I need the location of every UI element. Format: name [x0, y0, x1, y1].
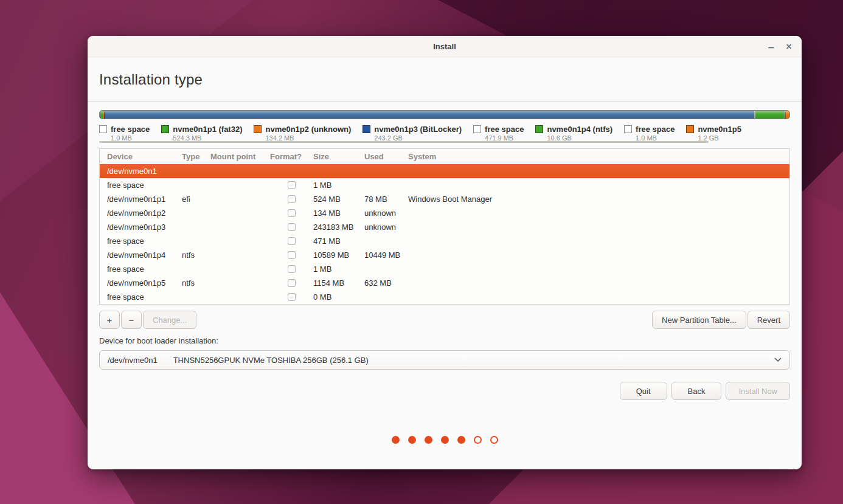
change-partition-button[interactable]: Change...	[143, 311, 196, 329]
col-header-system[interactable]: System	[408, 152, 789, 161]
legend-text: free space1.0 MB	[111, 125, 150, 142]
legend-text: nvme0n1p51.2 GB	[698, 125, 741, 142]
cell-size: 1 MB	[313, 181, 364, 190]
toolbar-right-group: New Partition Table... Revert	[652, 311, 790, 329]
page-dot	[441, 436, 449, 444]
cell-type: efi	[182, 195, 210, 204]
cell-type: ntfs	[182, 250, 210, 260]
footer-buttons: Quit Back Install Now	[99, 382, 790, 400]
legend-label: nvme0n1p5	[698, 125, 741, 134]
cell-size: 0 MB	[313, 292, 364, 302]
cell-device: free space	[100, 181, 182, 190]
format-checkbox[interactable]	[288, 279, 296, 287]
legend-swatch-icon	[99, 125, 107, 133]
page-dot	[474, 436, 482, 444]
partition-table-body: /dev/nvme0n1free space1 MB/dev/nvme0n1p1…	[100, 164, 789, 304]
table-row[interactable]: /dev/nvme0n1p2134 MBunknown	[100, 206, 789, 220]
chevron-down-icon	[774, 357, 782, 362]
minimize-button[interactable]: –	[768, 43, 774, 52]
cell-format	[270, 195, 313, 203]
legend-item: free space1.0 MB	[99, 125, 150, 142]
page-dot	[490, 436, 498, 444]
legend-swatch-icon	[535, 125, 543, 133]
cell-size: 134 MB	[313, 209, 364, 218]
legend-text: free space1.0 MB	[636, 125, 675, 142]
partition-bar-segment-nvme0n1p4	[755, 111, 785, 119]
page-dot	[457, 436, 465, 444]
partition-table: Device Type Mount point Format? Size Use…	[99, 148, 790, 305]
bootloader-device-select[interactable]: /dev/nvme0n1 THNSN5256GPUK NVMe TOSHIBA …	[99, 350, 790, 370]
cell-format	[270, 223, 313, 231]
legend-label: nvme0n1p4 (ntfs)	[547, 125, 612, 134]
table-row[interactable]: /dev/nvme0n1p3243183 MBunknown	[100, 220, 789, 234]
legend-label: nvme0n1p1 (fat32)	[173, 125, 242, 134]
new-partition-table-button[interactable]: New Partition Table...	[652, 311, 746, 329]
legend-swatch-icon	[686, 125, 694, 133]
format-checkbox[interactable]	[288, 195, 296, 203]
cell-used: 78 MB	[364, 195, 408, 204]
format-checkbox[interactable]	[288, 293, 296, 301]
cell-device: free space	[100, 292, 182, 302]
cell-format	[270, 209, 313, 217]
table-row[interactable]: /dev/nvme0n1p5ntfs1154 MB632 MB	[100, 276, 789, 290]
cell-format	[270, 293, 313, 301]
quit-button[interactable]: Quit	[620, 382, 667, 400]
format-checkbox[interactable]	[288, 237, 296, 245]
format-checkbox[interactable]	[288, 223, 296, 231]
cell-size: 1 MB	[313, 264, 364, 274]
cell-device: free space	[100, 264, 182, 274]
table-row[interactable]: /dev/nvme0n1	[100, 164, 789, 178]
table-row[interactable]: free space471 MB	[100, 234, 789, 248]
partition-toolbar: + − Change... New Partition Table... Rev…	[99, 311, 790, 329]
format-checkbox[interactable]	[288, 209, 296, 217]
legend-text: nvme0n1p1 (fat32)524.3 MB	[173, 125, 242, 142]
format-checkbox[interactable]	[288, 181, 296, 189]
revert-button[interactable]: Revert	[748, 311, 790, 329]
cell-size: 10589 MB	[313, 250, 364, 260]
remove-partition-button[interactable]: −	[121, 311, 142, 329]
cell-device: /dev/nvme0n1	[100, 167, 182, 176]
add-partition-button[interactable]: +	[99, 311, 120, 329]
format-checkbox[interactable]	[288, 265, 296, 273]
cell-format	[270, 265, 313, 273]
partition-legend: free space1.0 MBnvme0n1p1 (fat32)524.3 M…	[99, 125, 790, 142]
page-dot	[392, 436, 400, 444]
table-row[interactable]: /dev/nvme0n1p4ntfs10589 MB10449 MB	[100, 248, 789, 262]
cell-used: unknown	[364, 209, 408, 218]
cell-format	[270, 279, 313, 287]
close-button[interactable]: ×	[786, 41, 792, 52]
legend-label: nvme0n1p2 (unknown)	[265, 125, 351, 134]
cell-format	[270, 237, 313, 245]
col-header-mount-point[interactable]: Mount point	[210, 152, 270, 161]
partition-bar-segment-nvme0n1p5	[785, 111, 789, 119]
table-row[interactable]: free space0 MB	[100, 290, 789, 304]
table-row[interactable]: free space1 MB	[100, 262, 789, 276]
cell-device: /dev/nvme0n1p5	[100, 278, 182, 288]
cell-size: 471 MB	[313, 236, 364, 246]
col-header-format[interactable]: Format?	[270, 152, 313, 161]
legend-scrollbar[interactable]	[99, 141, 709, 143]
col-header-size[interactable]: Size	[313, 152, 364, 161]
cell-format	[270, 181, 313, 189]
legend-item: nvme0n1p1 (fat32)524.3 MB	[161, 125, 242, 142]
legend-text: nvme0n1p3 (BitLocker)243.2 GB	[374, 125, 462, 142]
page-title: Installation type	[99, 71, 790, 89]
col-header-device[interactable]: Device	[100, 152, 182, 161]
titlebar[interactable]: Install – ×	[88, 36, 802, 57]
page-dots	[99, 436, 790, 444]
cell-device: /dev/nvme0n1p4	[100, 250, 182, 260]
table-row[interactable]: free space1 MB	[100, 178, 789, 192]
cell-device: /dev/nvme0n1p1	[100, 195, 182, 204]
cell-device: /dev/nvme0n1p3	[100, 223, 182, 232]
install-now-button[interactable]: Install Now	[726, 382, 790, 400]
col-header-type[interactable]: Type	[182, 152, 210, 161]
window-controls: – ×	[768, 36, 792, 57]
legend-label: nvme0n1p3 (BitLocker)	[374, 125, 462, 134]
back-button[interactable]: Back	[671, 382, 722, 400]
cell-size: 1154 MB	[313, 278, 364, 288]
legend-item: free space1.0 MB	[624, 125, 675, 142]
bootloader-selected-device: /dev/nvme0n1	[108, 356, 158, 365]
col-header-used[interactable]: Used	[364, 152, 408, 161]
table-row[interactable]: /dev/nvme0n1p1efi524 MB78 MBWindows Boot…	[100, 192, 789, 206]
format-checkbox[interactable]	[288, 251, 296, 259]
